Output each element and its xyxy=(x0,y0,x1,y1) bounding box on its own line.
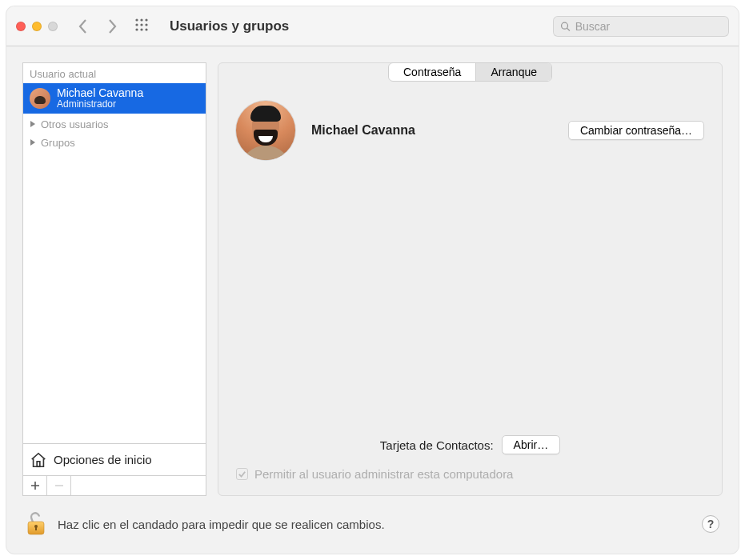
lock-button[interactable] xyxy=(26,510,46,538)
add-user-button[interactable] xyxy=(23,476,47,495)
sidebar-user-role: Administrador xyxy=(57,99,143,110)
svg-rect-19 xyxy=(35,526,37,530)
svg-marker-12 xyxy=(30,139,35,146)
close-button[interactable] xyxy=(16,22,26,31)
prefs-window: Usuarios y grupos Usuario actual Michael… xyxy=(6,6,739,554)
svg-marker-11 xyxy=(30,121,35,127)
content-panel: Contraseña Arranque Michael Cavanna Cam xyxy=(218,62,723,496)
chevron-right-icon xyxy=(30,138,36,146)
svg-point-7 xyxy=(140,28,142,30)
search-icon xyxy=(560,21,571,32)
window-title: Usuarios y grupos xyxy=(170,18,553,34)
sidebar-user-name: Michael Cavanna xyxy=(57,86,143,99)
login-options-row[interactable]: Opciones de inicio xyxy=(22,443,206,475)
change-password-button[interactable]: Cambiar contraseña… xyxy=(568,121,704,140)
user-avatar[interactable] xyxy=(236,101,295,160)
other-users-label: Otros usuarios xyxy=(41,118,109,130)
back-icon[interactable] xyxy=(77,18,90,34)
tab-password[interactable]: Contraseña xyxy=(389,63,476,81)
sidebar: Usuario actual Michael Cavanna Administr… xyxy=(22,62,206,496)
svg-point-8 xyxy=(145,28,147,30)
show-all-icon[interactable] xyxy=(134,18,149,35)
search-input[interactable] xyxy=(575,20,722,33)
current-user-section-label: Usuario actual xyxy=(23,63,206,83)
remove-user-button xyxy=(47,476,71,495)
svg-point-1 xyxy=(140,18,142,21)
lock-hint-text: Haz clic en el candado para impedir que … xyxy=(58,518,691,531)
svg-point-5 xyxy=(145,23,147,26)
zoom-button xyxy=(48,22,58,31)
user-header: Michael Cavanna Cambiar contraseña… xyxy=(218,82,722,160)
main-row: Usuario actual Michael Cavanna Administr… xyxy=(22,62,723,496)
login-options-label: Opciones de inicio xyxy=(54,453,152,466)
svg-point-6 xyxy=(135,28,138,30)
user-display-name: Michael Cavanna xyxy=(311,123,552,138)
other-users-expander[interactable]: Otros usuarios xyxy=(23,114,206,132)
svg-point-3 xyxy=(135,23,138,26)
add-remove-spacer xyxy=(71,476,206,495)
svg-line-10 xyxy=(567,28,570,30)
titlebar: Usuarios y grupos xyxy=(6,6,739,46)
home-icon xyxy=(30,451,47,469)
user-info: Michael Cavanna Administrador xyxy=(57,86,143,110)
chevron-right-icon xyxy=(30,120,36,128)
minimize-button[interactable] xyxy=(32,22,42,31)
groups-expander[interactable]: Grupos xyxy=(23,132,206,150)
groups-label: Grupos xyxy=(41,137,75,149)
svg-point-4 xyxy=(140,23,142,26)
avatar-small xyxy=(30,88,50,109)
help-button[interactable]: ? xyxy=(702,515,719,533)
checkmark-icon xyxy=(238,470,246,478)
svg-point-2 xyxy=(145,18,147,21)
open-contacts-button[interactable]: Abrir… xyxy=(502,435,561,454)
forward-icon[interactable] xyxy=(106,18,118,34)
content-spacer xyxy=(218,160,722,429)
add-remove-bar xyxy=(22,475,206,496)
admin-checkbox xyxy=(236,468,248,480)
search-field[interactable] xyxy=(553,16,729,37)
contacts-card-label: Tarjeta de Contactos: xyxy=(380,438,494,452)
contacts-row: Tarjeta de Contactos: Abrir… xyxy=(218,429,722,461)
footer: Haz clic en el candado para impedir que … xyxy=(22,496,723,538)
admin-checkbox-row: Permitir al usuario administrar esta com… xyxy=(218,461,722,495)
svg-point-0 xyxy=(135,18,138,21)
tab-login-items[interactable]: Arranque xyxy=(476,63,551,81)
tab-bar: Contraseña Arranque xyxy=(218,62,722,82)
nav-arrows xyxy=(77,18,118,34)
user-list: Usuario actual Michael Cavanna Administr… xyxy=(22,62,206,443)
svg-rect-13 xyxy=(37,461,40,466)
svg-point-9 xyxy=(562,22,568,29)
sidebar-user-row-selected[interactable]: Michael Cavanna Administrador xyxy=(23,83,206,114)
admin-checkbox-label: Permitir al usuario administrar esta com… xyxy=(254,467,513,481)
window-controls xyxy=(16,22,58,31)
body: Usuario actual Michael Cavanna Administr… xyxy=(6,46,739,554)
unlocked-padlock-icon xyxy=(26,510,46,538)
